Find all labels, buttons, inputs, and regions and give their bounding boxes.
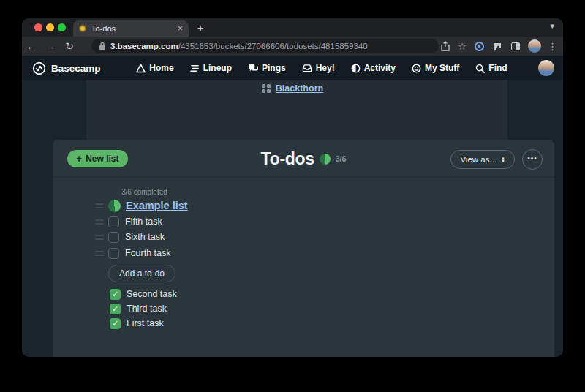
todo-row[interactable]: Sixth task	[95, 230, 165, 244]
toolbar-right-icons: ☆ ⋮	[439, 37, 557, 56]
pings-icon	[248, 64, 258, 72]
activity-icon	[351, 64, 361, 73]
tab-title: To-dos	[91, 24, 173, 33]
completed-todo-row[interactable]: ✓ First task	[110, 316, 164, 331]
tab-search-icon[interactable]: ▾	[550, 21, 554, 31]
browser-menu-icon[interactable]: ⋮	[548, 41, 557, 52]
todo-checkbox[interactable]	[108, 232, 119, 243]
hey-inbox-icon	[302, 64, 312, 72]
home-icon	[136, 64, 146, 73]
url-domain: 3.basecamp.com	[110, 42, 178, 50]
todo-list-link[interactable]: Example list	[126, 200, 188, 211]
more-options-button[interactable]: •••	[522, 149, 543, 170]
completed-todo-row[interactable]: ✓ Third task	[110, 301, 167, 316]
check-icon: ✓	[112, 319, 118, 328]
todo-checkbox-checked[interactable]: ✓	[110, 304, 121, 314]
close-window-button[interactable]	[34, 23, 42, 31]
view-as-label: View as...	[460, 155, 497, 164]
todo-checkbox[interactable]	[108, 216, 119, 227]
zoom-window-button[interactable]	[58, 23, 66, 31]
basecamp-navbar: Basecamp Home Lineup Pings Hey!	[22, 56, 563, 80]
drag-handle-icon[interactable]	[95, 235, 104, 240]
todo-checkbox-checked[interactable]: ✓	[110, 289, 121, 300]
forward-icon[interactable]: →	[41, 40, 60, 52]
nav-item-label: Find	[488, 63, 507, 73]
bookmark-star-icon[interactable]: ☆	[458, 41, 467, 52]
new-tab-button[interactable]: +	[197, 21, 204, 34]
browser-profile-avatar[interactable]	[528, 39, 541, 53]
new-list-label: New list	[86, 154, 118, 164]
todo-label: Sixth task	[125, 232, 165, 242]
nav-item-lineup[interactable]: Lineup	[190, 63, 232, 73]
nav-item-my-stuff[interactable]: My Stuff	[412, 63, 459, 73]
nav-item-activity[interactable]: Activity	[351, 63, 396, 73]
todo-checkbox[interactable]	[108, 248, 119, 259]
lock-icon	[99, 42, 106, 50]
browser-window: To-dos × + ▾ ← → ↻ 3.basecamp.com/435165…	[22, 18, 563, 357]
tab-close-icon[interactable]: ×	[178, 23, 183, 34]
new-list-button[interactable]: + New list	[67, 150, 128, 167]
minimize-window-button[interactable]	[46, 23, 54, 31]
progress-label: 3/6	[336, 154, 347, 163]
check-icon: ✓	[112, 290, 118, 299]
add-todo-button[interactable]: Add a to-do	[108, 265, 176, 282]
nav-item-find[interactable]: Find	[475, 63, 507, 73]
plus-icon: +	[76, 153, 82, 165]
url-text: 3.basecamp.com/4351653/buckets/27066606/…	[110, 42, 368, 50]
drag-handle-icon[interactable]	[95, 251, 104, 256]
basecamp-logo[interactable]: Basecamp	[32, 61, 101, 75]
basecamp-app: Basecamp Home Lineup Pings Hey!	[22, 56, 563, 357]
select-arrows-icon: ▲▼	[501, 157, 505, 162]
list-progress-pie-icon	[108, 200, 121, 212]
todo-label: First task	[127, 318, 164, 328]
breadcrumb: Blackthorn	[22, 83, 563, 94]
nav-item-label: My Stuff	[425, 63, 459, 73]
basecamp-logo-icon	[32, 61, 46, 75]
progress-pie-icon	[320, 154, 331, 165]
todo-label: Third task	[127, 304, 167, 314]
todo-label: Fourth task	[125, 248, 171, 258]
header-controls: View as... ▲▼ •••	[450, 149, 543, 170]
completed-todo-row[interactable]: ✓ Second task	[110, 287, 177, 301]
page-title: To-dos	[261, 149, 314, 169]
basecamp-menu: Home Lineup Pings Hey! Activity	[132, 56, 512, 80]
nav-item-label: Hey!	[316, 63, 335, 73]
nav-item-label: Activity	[364, 63, 396, 73]
address-bar[interactable]: 3.basecamp.com/4351653/buckets/27066606/…	[91, 39, 439, 53]
todos-card: + New list To-dos 3/6 View as... ▲▼ ••• …	[53, 140, 554, 357]
url-path: /4351653/buckets/27066606/todosets/48158…	[178, 42, 368, 50]
breadcrumb-project-link[interactable]: Blackthorn	[276, 83, 323, 94]
nav-item-hey[interactable]: Hey!	[302, 63, 335, 73]
todo-row[interactable]: Fifth task	[95, 214, 162, 229]
extensions-puzzle-icon[interactable]	[491, 40, 503, 52]
completed-summary: 3/6 completed	[121, 188, 167, 196]
side-panel-icon[interactable]	[510, 40, 521, 52]
lineup-icon	[190, 64, 200, 72]
back-icon[interactable]: ←	[22, 40, 41, 52]
card-header: + New list To-dos 3/6 View as... ▲▼ •••	[53, 140, 554, 178]
nav-item-label: Pings	[262, 63, 286, 73]
nav-item-label: Home	[149, 63, 173, 73]
todo-list-row[interactable]: Example list	[95, 198, 188, 213]
todo-label: Second task	[127, 289, 177, 299]
onepassword-extension-icon[interactable]	[473, 40, 485, 52]
user-avatar[interactable]	[538, 60, 554, 76]
view-as-select[interactable]: View as... ▲▼	[450, 150, 515, 169]
browser-toolbar: ← → ↻ 3.basecamp.com/4351653/buckets/270…	[22, 37, 563, 56]
browser-tab[interactable]: To-dos ×	[73, 20, 189, 37]
brand-label: Basecamp	[51, 63, 101, 74]
project-grid-icon	[262, 84, 271, 93]
todo-row[interactable]: Fourth task	[95, 246, 171, 260]
todo-label: Fifth task	[125, 216, 162, 227]
reload-icon[interactable]: ↻	[60, 40, 79, 52]
nav-item-home[interactable]: Home	[136, 63, 173, 73]
nav-item-label: Lineup	[203, 63, 232, 73]
drag-handle-icon[interactable]	[95, 203, 104, 208]
todo-checkbox-checked[interactable]: ✓	[110, 318, 121, 329]
share-icon[interactable]	[439, 40, 451, 52]
nav-item-pings[interactable]: Pings	[248, 63, 286, 73]
basecamp-favicon-icon	[79, 25, 86, 32]
find-search-icon	[475, 64, 485, 73]
my-stuff-smiley-icon	[412, 64, 421, 73]
drag-handle-icon[interactable]	[95, 219, 104, 225]
